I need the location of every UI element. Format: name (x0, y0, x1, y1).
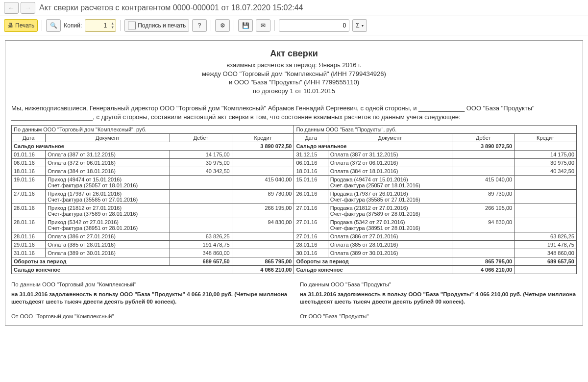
table-cell: 27.01.16 (294, 204, 328, 218)
table-cell: 27.01.16 (294, 218, 328, 232)
table-cell: 27.01.16 (12, 190, 46, 204)
table-cell: Оплата (372 от 06.01.2016) (46, 159, 170, 167)
table-cell: 06.01.16 (12, 159, 46, 167)
table-cell: 89 730,00 (232, 190, 294, 204)
sigma-button[interactable]: Σ ▾ (352, 19, 367, 32)
table-cell (452, 232, 514, 241)
table-cell: Продажа (17937 от 26.01.2016) Счет-факту… (328, 190, 452, 204)
table-cell: 30 975,00 (170, 159, 232, 167)
floppy-icon: 💾 (242, 22, 249, 29)
sign-stamp-label: Подпись и печать (138, 22, 186, 29)
reconciliation-table: По данным ООО "Торговый дом "Комплексный… (11, 125, 577, 274)
table-cell: 15.01.16 (294, 176, 328, 190)
copies-up[interactable]: ▲ (109, 22, 116, 25)
document-body: Акт сверки взаимных расчетов за период: … (5, 40, 583, 326)
turnover-left-cred: 865 795,00 (232, 257, 294, 266)
table-row: 28.01.16Оплата (386 от 27.01.2016)63 826… (12, 232, 577, 241)
right-header: По данным ООО "База "Продукты", руб. (294, 126, 577, 134)
preview-button[interactable]: 🔍 (46, 19, 61, 32)
table-cell (232, 167, 294, 176)
table-cell: Оплата (387 от 31.12.2015) (46, 151, 170, 159)
table-cell: Оплата (389 от 30.01.2016) (328, 249, 452, 257)
table-cell: 31.01.16 (12, 249, 46, 257)
table-cell: 191 478,75 (170, 241, 232, 249)
table-cell: 18.01.16 (12, 167, 46, 176)
table-cell (232, 159, 294, 167)
turnover-label-r: Обороты за период (294, 257, 452, 266)
table-cell (170, 176, 232, 190)
table-row: 18.01.16Оплата (384 от 18.01.2016)40 342… (12, 167, 577, 176)
table-cell: 94 830,00 (452, 218, 514, 232)
table-cell (514, 218, 577, 232)
table-cell (232, 249, 294, 257)
table-row: 19.01.16Приход (49474 от 15.01.2016) Сче… (12, 176, 577, 190)
envelope-icon: ✉ (261, 22, 266, 29)
sign-checkbox[interactable] (128, 22, 136, 29)
turnover-label-l: Обороты за период (12, 257, 170, 266)
footer-left-debt: на 31.01.2016 задолженность в пользу ООО… (11, 291, 288, 306)
table-cell: Продажа (21812 от 27.01.2016) Счет-факту… (328, 204, 452, 218)
settings-button[interactable]: ⚙ (215, 19, 230, 32)
arrow-right-icon: → (24, 4, 31, 12)
table-cell: Продажа (5342 от 27.01.2016) Счет-фактур… (328, 218, 452, 232)
table-cell: 18.01.16 (294, 167, 328, 176)
email-button[interactable]: ✉ (256, 19, 270, 32)
table-cell (452, 241, 514, 249)
table-cell: Приход (5342 от 27.01.2016) Счет-фактура… (46, 218, 170, 232)
separator (274, 20, 275, 31)
table-cell: 14 175,00 (514, 151, 577, 159)
table-cell: 30.01.16 (294, 249, 328, 257)
table-cell: Оплата (387 от 31.12.2015) (328, 151, 452, 159)
col-debit-l: Дебет (170, 134, 232, 142)
doc-sub4: по договору 1 от 10.01.2015 (11, 87, 577, 96)
opening-right: 3 890 072,50 (452, 142, 514, 151)
table-cell: 63 826,25 (170, 232, 232, 241)
table-row: 29.01.16Оплата (385 от 28.01.2016)191 47… (12, 241, 577, 249)
sign-stamp-button[interactable]: Подпись и печать (124, 19, 189, 32)
table-cell: 28.01.16 (12, 204, 46, 218)
print-button-label: Печать (15, 22, 34, 29)
table-cell (514, 204, 577, 218)
table-cell: Оплата (384 от 18.01.2016) (46, 167, 170, 176)
copies-down[interactable]: ▼ (109, 25, 116, 29)
arrow-left-icon: ← (8, 4, 15, 12)
help-button[interactable]: ? (192, 19, 207, 32)
table-cell: 415 040,00 (232, 176, 294, 190)
separator (120, 20, 121, 31)
page-title: Акт сверки расчетов с контрагентом 0000-… (39, 3, 303, 12)
table-cell: Продажа (49474 от 15.01.2016) Счет-факту… (328, 176, 452, 190)
back-button[interactable]: ← (4, 2, 19, 14)
table-cell (452, 151, 514, 159)
col-debit-r: Дебет (452, 134, 514, 142)
question-icon: ? (198, 22, 201, 29)
opening-left: 3 890 072,50 (232, 142, 294, 151)
closing-right: 4 066 210,00 (452, 266, 514, 274)
table-cell: 40 342,50 (170, 167, 232, 176)
print-button[interactable]: 🖶 Печать (4, 19, 38, 32)
col-date-l: Дата (12, 134, 46, 142)
table-cell (452, 159, 514, 167)
separator (234, 20, 234, 31)
table-row: 01.01.16Оплата (387 от 31.12.2015)14 175… (12, 151, 577, 159)
table-cell: Оплата (386 от 27.01.2016) (328, 232, 452, 241)
save-button[interactable]: 💾 (238, 19, 253, 32)
table-cell: 266 195,00 (452, 204, 514, 218)
table-cell: Оплата (385 от 28.01.2016) (46, 241, 170, 249)
table-cell: 29.01.16 (12, 241, 46, 249)
table-cell: 06.01.16 (294, 159, 328, 167)
opening-label-l: Сальдо начальное (12, 142, 232, 151)
col-credit-r: Кредит (514, 134, 577, 142)
copies-input[interactable] (85, 22, 109, 29)
number-field[interactable] (279, 19, 349, 32)
copies-spinner[interactable]: ▲ ▼ (85, 19, 116, 32)
opening-label-r: Сальдо начальное (294, 142, 452, 151)
doc-sub2: между ООО "Торговый дом "Комплексный" (И… (11, 70, 577, 78)
separator (42, 20, 42, 31)
table-cell (232, 241, 294, 249)
doc-sub3: и ООО "База "Продукты" (ИНН 7799555110) (11, 78, 577, 87)
table-cell (452, 249, 514, 257)
forward-button[interactable]: → (21, 2, 35, 14)
footer-left-lead: По данным ООО "Торговый дом "Комплексный… (11, 281, 288, 289)
table-cell: 191 478,75 (514, 241, 577, 249)
sigma-icon: Σ (356, 22, 359, 29)
